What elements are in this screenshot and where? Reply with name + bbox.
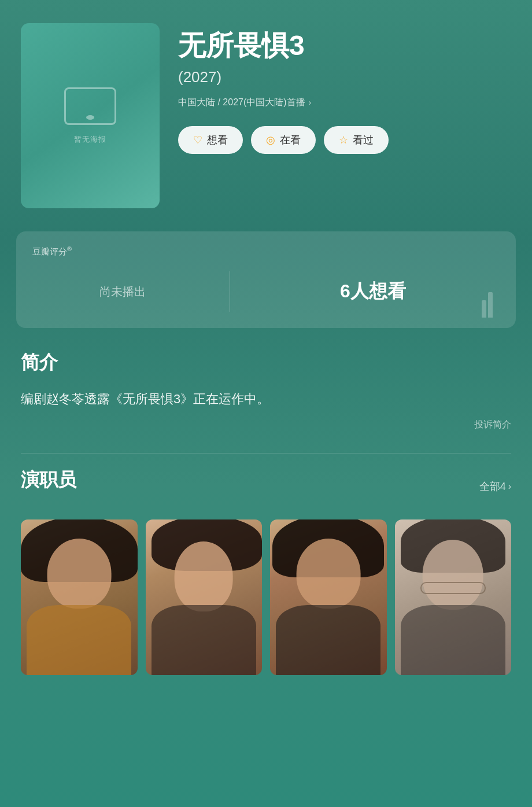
cast-photo-2 — [146, 519, 263, 675]
cast-grid — [21, 519, 511, 675]
want-to-watch-button[interactable]: ♡ 想看 — [178, 126, 243, 154]
face-3 — [296, 539, 360, 609]
want-count: 6人想看 — [340, 279, 406, 304]
cast-item-4[interactable] — [395, 519, 512, 675]
meta-text: 中国大陆 / 2027(中国大陆)首播 — [178, 97, 305, 109]
cast-item-2[interactable] — [146, 519, 263, 675]
rating-decoration — [482, 292, 493, 318]
cast-photo-3 — [270, 519, 387, 675]
glasses-icon — [420, 582, 486, 594]
star-icon: ☆ — [339, 134, 348, 146]
rating-left: 尚未播出 — [32, 271, 230, 312]
cast-item-3[interactable] — [270, 519, 387, 675]
complaint-link-text[interactable]: 投诉简介 — [474, 419, 511, 431]
want-to-watch-label: 想看 — [207, 133, 228, 147]
face-2 — [175, 541, 233, 611]
description-section-title: 简介 — [21, 350, 511, 375]
complaint-link[interactable]: 投诉简介 — [21, 419, 511, 431]
watched-label: 看过 — [353, 133, 374, 147]
action-buttons: ♡ 想看 ◎ 在看 ☆ 看过 — [178, 126, 511, 154]
rating-section: 豆瓣评分® 尚未播出 6人想看 — [16, 231, 516, 328]
deco-bar-1 — [482, 300, 486, 318]
cast-section: 演职员 全部4 › — [0, 458, 532, 692]
deco-bar-2 — [488, 292, 493, 318]
movie-meta: 中国大陆 / 2027(中国大陆)首播 › — [178, 97, 511, 109]
eye-icon: ◎ — [266, 134, 275, 146]
cast-photo-4 — [395, 519, 512, 675]
movie-title: 无所畏惧3 — [178, 29, 511, 62]
cast-all-arrow-icon: › — [508, 481, 511, 492]
poster: 暂无海报 — [21, 23, 160, 208]
face-4 — [423, 540, 483, 610]
not-aired-text: 尚未播出 — [99, 284, 146, 300]
body-3 — [276, 605, 380, 675]
poster-icon — [64, 87, 116, 125]
meta-arrow-icon[interactable]: › — [309, 98, 312, 107]
cast-all-label: 全部4 — [479, 480, 506, 493]
face-1 — [47, 539, 111, 609]
section-divider — [21, 453, 511, 454]
rating-right: 6人想看 — [230, 271, 500, 312]
body-1 — [27, 605, 131, 675]
heart-icon: ♡ — [193, 134, 202, 146]
description-section: 简介 编剧赵冬苓透露《无所畏惧3》正在运作中。 投诉简介 — [0, 344, 532, 448]
cast-photo-1 — [21, 519, 138, 675]
movie-year: (2027) — [178, 68, 511, 86]
header-section: 暂无海报 无所畏惧3 (2027) 中国大陆 / 2027(中国大陆)首播 › … — [0, 0, 532, 226]
watching-button[interactable]: ◎ 在看 — [251, 126, 316, 154]
rating-superscript: ® — [67, 245, 72, 252]
body-2 — [152, 605, 256, 675]
body-4 — [401, 605, 505, 675]
rating-label: 豆瓣评分® — [32, 245, 500, 257]
rating-content: 尚未播出 6人想看 — [32, 271, 500, 312]
cast-all-link[interactable]: 全部4 › — [479, 480, 511, 493]
watching-label: 在看 — [280, 133, 301, 147]
poster-placeholder: 暂无海报 — [74, 134, 106, 145]
movie-info: 无所畏惧3 (2027) 中国大陆 / 2027(中国大陆)首播 › ♡ 想看 … — [178, 23, 511, 154]
cast-section-title: 演职员 — [21, 467, 76, 493]
cast-header: 演职员 全部4 › — [21, 467, 511, 506]
description-text: 编剧赵冬苓透露《无所畏惧3》正在运作中。 — [21, 388, 511, 410]
cast-item-1[interactable] — [21, 519, 138, 675]
watched-button[interactable]: ☆ 看过 — [324, 126, 389, 154]
